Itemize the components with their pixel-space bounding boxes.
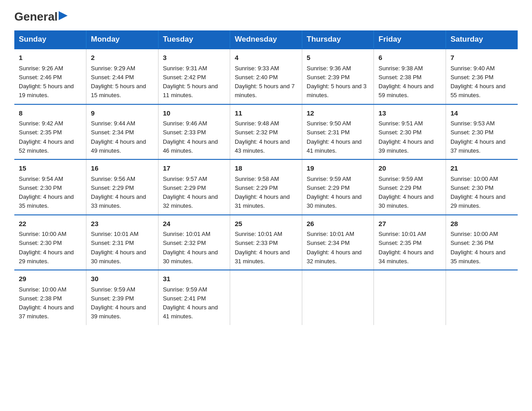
day-info: Sunrise: 10:01 AMSunset: 2:34 PMDaylight…	[307, 231, 362, 265]
day-number: 19	[307, 163, 369, 174]
calendar-cell: 11 Sunrise: 9:48 AMSunset: 2:32 PMDaylig…	[230, 104, 302, 160]
calendar-cell: 31 Sunrise: 9:59 AMSunset: 2:41 PMDaylig…	[158, 270, 230, 325]
day-number: 20	[378, 163, 441, 174]
col-header-saturday: Saturday	[446, 30, 518, 49]
svg-marker-0	[59, 11, 68, 20]
day-info: Sunrise: 10:00 AMSunset: 2:30 PMDaylight…	[450, 176, 506, 210]
col-header-monday: Monday	[86, 30, 159, 49]
calendar-cell: 26 Sunrise: 10:01 AMSunset: 2:34 PMDayli…	[302, 215, 374, 270]
calendar-cell	[302, 270, 374, 325]
day-number: 12	[307, 108, 369, 119]
col-header-thursday: Thursday	[302, 30, 374, 49]
day-number: 24	[163, 219, 226, 229]
day-info: Sunrise: 9:59 AMSunset: 2:41 PMDaylight:…	[163, 286, 218, 320]
calendar-cell: 8 Sunrise: 9:42 AMSunset: 2:35 PMDayligh…	[14, 104, 86, 160]
calendar-cell: 6 Sunrise: 9:38 AMSunset: 2:38 PMDayligh…	[374, 49, 446, 104]
col-header-friday: Friday	[374, 30, 446, 49]
calendar-cell: 4 Sunrise: 9:33 AMSunset: 2:40 PMDayligh…	[230, 49, 302, 104]
week-row-1: 1 Sunrise: 9:26 AMSunset: 2:46 PMDayligh…	[14, 49, 518, 104]
calendar-cell: 12 Sunrise: 9:50 AMSunset: 2:31 PMDaylig…	[302, 104, 374, 160]
day-info: Sunrise: 9:29 AMSunset: 2:44 PMDaylight:…	[91, 65, 146, 99]
day-number: 26	[307, 219, 369, 229]
day-info: Sunrise: 9:56 AMSunset: 2:29 PMDaylight:…	[91, 176, 146, 210]
calendar-cell: 29 Sunrise: 10:00 AMSunset: 2:38 PMDayli…	[14, 270, 86, 325]
calendar-cell: 28 Sunrise: 10:00 AMSunset: 2:36 PMDayli…	[446, 215, 518, 270]
calendar-cell: 19 Sunrise: 9:59 AMSunset: 2:29 PMDaylig…	[302, 159, 374, 215]
day-number: 5	[307, 53, 369, 63]
col-header-wednesday: Wednesday	[230, 30, 302, 49]
day-info: Sunrise: 9:59 AMSunset: 2:29 PMDaylight:…	[307, 176, 362, 210]
day-info: Sunrise: 9:53 AMSunset: 2:30 PMDaylight:…	[450, 120, 506, 154]
day-info: Sunrise: 10:01 AMSunset: 2:33 PMDaylight…	[235, 231, 290, 265]
day-number: 14	[450, 108, 513, 119]
day-number: 3	[163, 53, 226, 63]
day-number: 11	[235, 108, 297, 119]
week-row-2: 8 Sunrise: 9:42 AMSunset: 2:35 PMDayligh…	[14, 104, 518, 160]
calendar-cell	[230, 270, 302, 325]
day-number: 8	[19, 108, 82, 119]
day-number: 17	[163, 163, 226, 174]
calendar-cell: 14 Sunrise: 9:53 AMSunset: 2:30 PMDaylig…	[446, 104, 518, 160]
day-info: Sunrise: 9:58 AMSunset: 2:29 PMDaylight:…	[235, 176, 290, 210]
day-info: Sunrise: 9:42 AMSunset: 2:35 PMDaylight:…	[19, 120, 74, 154]
day-info: Sunrise: 9:59 AMSunset: 2:29 PMDaylight:…	[378, 176, 433, 210]
day-info: Sunrise: 10:00 AMSunset: 2:38 PMDaylight…	[19, 286, 74, 320]
day-number: 31	[163, 274, 226, 284]
day-info: Sunrise: 9:33 AMSunset: 2:40 PMDaylight:…	[235, 65, 295, 99]
day-number: 9	[91, 108, 154, 119]
calendar-cell: 30 Sunrise: 9:59 AMSunset: 2:39 PMDaylig…	[86, 270, 159, 325]
page-header: General	[14, 11, 518, 21]
day-info: Sunrise: 9:51 AMSunset: 2:30 PMDaylight:…	[378, 120, 433, 154]
day-info: Sunrise: 9:38 AMSunset: 2:38 PMDaylight:…	[378, 65, 433, 99]
day-info: Sunrise: 9:31 AMSunset: 2:42 PMDaylight:…	[163, 65, 218, 99]
day-number: 21	[450, 163, 513, 174]
logo-text-general: General	[14, 11, 58, 22]
calendar-cell: 23 Sunrise: 10:01 AMSunset: 2:31 PMDayli…	[86, 215, 159, 270]
day-number: 13	[378, 108, 441, 119]
col-header-sunday: Sunday	[14, 30, 86, 49]
day-info: Sunrise: 9:48 AMSunset: 2:32 PMDaylight:…	[235, 120, 290, 154]
day-info: Sunrise: 10:01 AMSunset: 2:32 PMDaylight…	[163, 231, 218, 265]
calendar-cell	[374, 270, 446, 325]
day-info: Sunrise: 10:00 AMSunset: 2:36 PMDaylight…	[450, 231, 506, 265]
calendar-cell: 3 Sunrise: 9:31 AMSunset: 2:42 PMDayligh…	[158, 49, 230, 104]
day-number: 4	[235, 53, 297, 63]
day-number: 27	[378, 219, 441, 229]
calendar-cell: 1 Sunrise: 9:26 AMSunset: 2:46 PMDayligh…	[14, 49, 86, 104]
day-info: Sunrise: 9:26 AMSunset: 2:46 PMDaylight:…	[19, 65, 74, 99]
day-number: 15	[19, 163, 82, 174]
calendar-cell: 17 Sunrise: 9:57 AMSunset: 2:29 PMDaylig…	[158, 159, 230, 215]
day-info: Sunrise: 9:46 AMSunset: 2:33 PMDaylight:…	[163, 120, 218, 154]
day-number: 18	[235, 163, 297, 174]
day-info: Sunrise: 9:57 AMSunset: 2:29 PMDaylight:…	[163, 176, 218, 210]
day-number: 10	[163, 108, 226, 119]
calendar-cell: 10 Sunrise: 9:46 AMSunset: 2:33 PMDaylig…	[158, 104, 230, 160]
day-number: 22	[19, 219, 82, 229]
calendar-cell: 27 Sunrise: 10:01 AMSunset: 2:35 PMDayli…	[374, 215, 446, 270]
day-number: 30	[91, 274, 154, 284]
calendar-cell: 21 Sunrise: 10:00 AMSunset: 2:30 PMDayli…	[446, 159, 518, 215]
calendar-cell	[446, 270, 518, 325]
day-number: 28	[450, 219, 513, 229]
day-info: Sunrise: 10:00 AMSunset: 2:30 PMDaylight…	[19, 231, 74, 265]
day-number: 7	[450, 53, 513, 63]
day-info: Sunrise: 9:50 AMSunset: 2:31 PMDaylight:…	[307, 120, 362, 154]
calendar-cell: 22 Sunrise: 10:00 AMSunset: 2:30 PMDayli…	[14, 215, 86, 270]
calendar-cell: 20 Sunrise: 9:59 AMSunset: 2:29 PMDaylig…	[374, 159, 446, 215]
day-number: 23	[91, 219, 154, 229]
col-header-tuesday: Tuesday	[158, 30, 230, 49]
day-info: Sunrise: 9:44 AMSunset: 2:34 PMDaylight:…	[91, 120, 146, 154]
calendar-cell: 25 Sunrise: 10:01 AMSunset: 2:33 PMDayli…	[230, 215, 302, 270]
day-info: Sunrise: 10:01 AMSunset: 2:31 PMDaylight…	[91, 231, 146, 265]
days-header-row: SundayMondayTuesdayWednesdayThursdayFrid…	[14, 30, 518, 49]
calendar-table: SundayMondayTuesdayWednesdayThursdayFrid…	[14, 30, 518, 325]
calendar-cell: 13 Sunrise: 9:51 AMSunset: 2:30 PMDaylig…	[374, 104, 446, 160]
calendar-cell: 15 Sunrise: 9:54 AMSunset: 2:30 PMDaylig…	[14, 159, 86, 215]
day-info: Sunrise: 9:40 AMSunset: 2:36 PMDaylight:…	[450, 65, 506, 99]
logo: General	[14, 11, 69, 21]
day-number: 16	[91, 163, 154, 174]
day-number: 2	[91, 53, 154, 63]
logo-triangle-icon	[59, 11, 69, 21]
day-number: 25	[235, 219, 297, 229]
calendar-cell: 24 Sunrise: 10:01 AMSunset: 2:32 PMDayli…	[158, 215, 230, 270]
